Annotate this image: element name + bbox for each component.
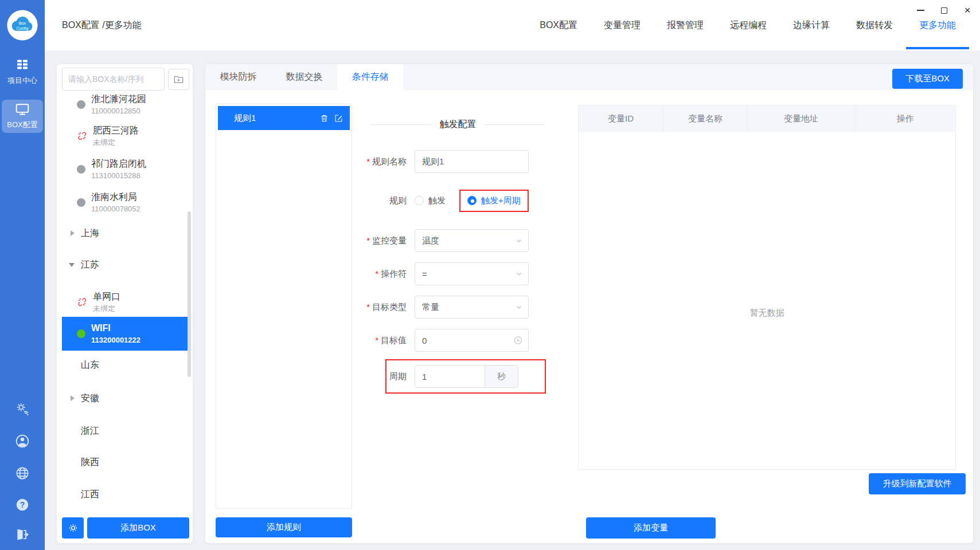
tab-bar: 模块防拆 数据交换 条件存储 — [205, 64, 973, 90]
monitor-variable-select[interactable]: 温度 — [415, 229, 529, 252]
table-header: 变量ID 变量名称 变量地址 操作 — [579, 105, 955, 132]
device-tree: 淮北濉河花园 110000012850 肥西三河路 未绑定 祁门路启闭机 — [57, 95, 193, 513]
app-logo: Box Config — [6, 9, 38, 41]
sidebar-item-project-center[interactable]: 项目中心 — [0, 57, 45, 86]
rule-list: 规则1 — [216, 104, 352, 509]
grid-icon — [15, 57, 29, 71]
period-label: 周期 — [337, 371, 415, 382]
tree-group-anhui[interactable]: 安徽 — [57, 391, 193, 405]
tree-device[interactable]: 单网口 未绑定 — [57, 286, 193, 317]
nav-item-remote-programming[interactable]: 远程编程 — [717, 0, 780, 50]
nav-item-variable-mgmt[interactable]: 变量管理 — [591, 0, 654, 50]
rule-type-row: 规则 触发 触发+周期 — [337, 189, 529, 212]
tree-device-selected[interactable]: WIFI 113200001222 — [62, 317, 189, 351]
offline-dot-icon — [77, 165, 85, 174]
form-section-divider: 触发配置 — [371, 119, 545, 131]
tree-group-jiangxi[interactable]: 江西 — [57, 488, 193, 501]
tree-group-shaanxi[interactable]: 陕西 — [57, 455, 193, 469]
download-to-box-button[interactable]: 下载至BOX — [892, 69, 963, 89]
chevron-down-icon — [516, 237, 522, 244]
chevron-down-icon — [69, 263, 75, 267]
search-input[interactable] — [62, 68, 165, 91]
add-box-button[interactable]: 添加BOX — [87, 517, 189, 539]
online-dot-icon — [77, 329, 85, 338]
user-icon[interactable] — [15, 434, 30, 449]
svg-text:?: ? — [20, 500, 25, 509]
tree-group-shandong[interactable]: 山东 — [57, 358, 193, 372]
app-window: Box Config 项目中心 BOX配置 — [0, 0, 980, 550]
radio-trigger-period[interactable] — [467, 196, 477, 205]
sidebar-item-label: BOX配置 — [2, 120, 43, 130]
tree-settings-button[interactable] — [62, 517, 84, 539]
chevron-right-icon — [71, 230, 75, 236]
offline-dot-icon — [77, 198, 85, 207]
target-type-row: 目标类型 常量 — [337, 296, 529, 319]
radio-trigger-period-label[interactable]: 触发+周期 — [481, 195, 521, 206]
offline-dot-icon — [77, 100, 85, 109]
radio-trigger[interactable] — [415, 196, 424, 205]
cloud-logo-icon: Box Config — [6, 9, 38, 41]
add-rule-button[interactable]: 添加规则 — [216, 517, 352, 537]
rule-list-item[interactable]: 规则1 — [218, 106, 350, 130]
clear-icon[interactable] — [514, 336, 522, 345]
main-panel: 模块防拆 数据交换 条件存储 下载至BOX 规则1 添加规则 — [205, 64, 973, 543]
tree-device[interactable]: 祁门路启闭机 113100015288 — [57, 154, 193, 184]
folder-plus-icon — [173, 74, 184, 85]
tab-data-exchange[interactable]: 数据交换 — [271, 64, 337, 90]
sidebar-item-label: 项目中心 — [0, 76, 45, 86]
variable-table: 变量ID 变量名称 变量地址 操作 暂无数据 — [578, 105, 956, 470]
tree-device[interactable]: 淮南水利局 110000078052 — [57, 187, 193, 218]
nav-item-alarm-mgmt[interactable]: 报警管理 — [654, 0, 717, 50]
tree-device[interactable]: 淮北濉河花园 110000012850 — [57, 95, 193, 120]
rule-name-row: 规则名称 — [337, 150, 529, 173]
tree-group-shanghai[interactable]: 上海 — [57, 226, 193, 240]
globe-icon[interactable] — [15, 466, 30, 481]
period-input[interactable] — [415, 366, 485, 387]
header: BOX配置 /更多功能 BOX配置 变量管理 报警管理 远程编程 边缘计算 数据… — [45, 0, 980, 50]
delete-icon[interactable] — [320, 114, 329, 123]
help-icon[interactable]: ? — [15, 497, 30, 512]
chevron-down-icon — [516, 304, 522, 311]
monitor-variable-label: 监控变量 — [337, 235, 415, 246]
minimize-icon[interactable] — [913, 3, 927, 17]
settings-wifi-icon[interactable] — [15, 401, 30, 416]
nav-item-edge-computing[interactable]: 边缘计算 — [780, 0, 843, 50]
broken-link-icon — [77, 297, 87, 307]
chevron-down-icon — [516, 270, 522, 277]
tree-group-jiangsu[interactable]: 江苏 — [57, 258, 193, 272]
top-nav: BOX配置 变量管理 报警管理 远程编程 边缘计算 数据转发 更多功能 — [526, 0, 969, 50]
radio-trigger-label[interactable]: 触发 — [428, 195, 446, 206]
sidebar-item-box-config[interactable]: BOX配置 — [2, 100, 43, 133]
section-title: 触发配置 — [440, 119, 477, 131]
breadcrumb: BOX配置 /更多功能 — [62, 0, 142, 50]
add-folder-button[interactable] — [168, 69, 189, 90]
rule-name-field — [415, 150, 529, 173]
edit-icon[interactable] — [334, 114, 343, 123]
rule-name-input[interactable] — [422, 157, 521, 167]
rule-item-label: 规则1 — [234, 113, 256, 124]
column-variable-id: 变量ID — [579, 105, 663, 132]
exit-icon[interactable] — [15, 527, 30, 542]
tab-conditional-storage[interactable]: 条件存储 — [337, 64, 403, 90]
tree-device[interactable]: 肥西三河路 未绑定 — [57, 120, 193, 151]
highlight-box-trigger-period: 触发+周期 — [459, 190, 529, 212]
nav-item-data-forwarding[interactable]: 数据转发 — [843, 0, 906, 50]
target-type-label: 目标类型 — [337, 302, 415, 313]
tree-group-zhejiang[interactable]: 浙江 — [57, 424, 193, 438]
target-value-input[interactable] — [422, 336, 521, 345]
monitor-icon — [15, 102, 30, 117]
tab-module-tamper[interactable]: 模块防拆 — [205, 64, 271, 90]
svg-text:Config: Config — [16, 26, 28, 31]
operator-label: 操作符 — [337, 269, 415, 280]
target-type-select[interactable]: 常量 — [415, 296, 529, 319]
operator-select[interactable]: = — [415, 262, 529, 285]
period-row: 周期 秒 — [337, 365, 518, 388]
maximize-icon[interactable] — [937, 3, 951, 17]
monitor-variable-row: 监控变量 温度 — [337, 229, 529, 252]
nav-item-box-config[interactable]: BOX配置 — [526, 0, 591, 50]
upgrade-software-button[interactable]: 升级到新配置软件 — [869, 473, 966, 494]
broken-link-icon — [77, 131, 87, 141]
add-variable-button[interactable]: 添加变量 — [586, 517, 716, 539]
tree-scrollbar[interactable] — [188, 211, 191, 377]
close-icon[interactable]: × — [961, 3, 974, 17]
